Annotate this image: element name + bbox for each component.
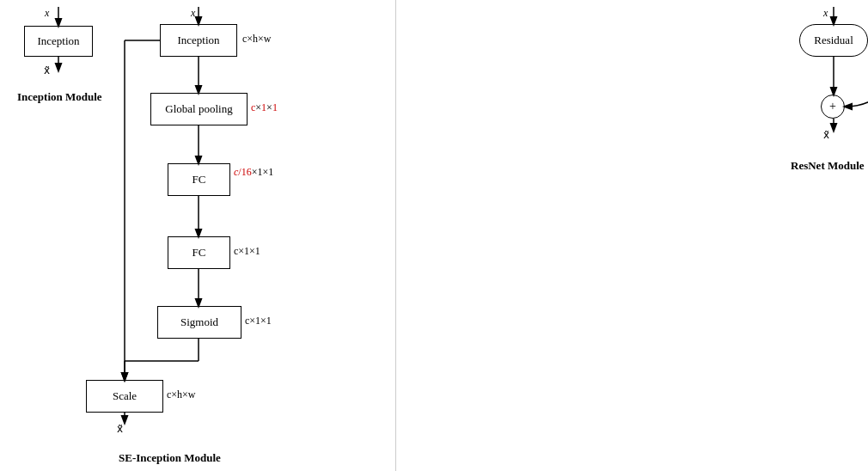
- se-x-out: x̃: [117, 423, 123, 436]
- se-fc2-box: FC: [168, 236, 230, 269]
- se-dim2: c×1×1: [251, 101, 278, 114]
- resnet-x-out: x̃: [823, 129, 829, 142]
- se-scale-box: Scale: [86, 380, 163, 413]
- se-dim4: c×1×1: [234, 245, 260, 258]
- diagram-container: x Inception x̃ Inception Module x Incept…: [0, 0, 868, 471]
- resnet-residual-box: Residual: [799, 24, 868, 57]
- simple-inception-label: Inception Module: [17, 90, 102, 104]
- resnet-plus: +: [821, 95, 845, 119]
- se-sigmoid-box: Sigmoid: [157, 306, 241, 339]
- se-inception-label: SE-Inception Module: [119, 451, 221, 465]
- se-global-pooling-box: Global pooling: [150, 93, 248, 125]
- right-panel: x Residual + x̃ ResNet Module x Residual…: [791, 0, 868, 471]
- se-inception-box: Inception: [160, 24, 237, 57]
- simple-x-out: x̃: [44, 64, 50, 77]
- left-panel: x Inception x̃ Inception Module x Incept…: [0, 0, 395, 471]
- left-arrows: [0, 0, 395, 471]
- simple-x-in: x: [45, 7, 49, 20]
- resnet-x-in: x: [823, 7, 828, 20]
- right-arrows: [791, 0, 868, 471]
- se-dim5: c×1×1: [245, 315, 272, 327]
- se-dim1: c×h×w: [242, 33, 272, 46]
- divider: [395, 0, 396, 471]
- se-dim6: c×h×w: [167, 388, 196, 401]
- se-dim3: c/16×1×1: [234, 166, 273, 179]
- simple-inception-box: Inception: [24, 26, 93, 57]
- se-fc1-box: FC: [168, 163, 230, 196]
- se-x-in: x: [191, 7, 195, 20]
- resnet-label: ResNet Module: [791, 159, 865, 173]
